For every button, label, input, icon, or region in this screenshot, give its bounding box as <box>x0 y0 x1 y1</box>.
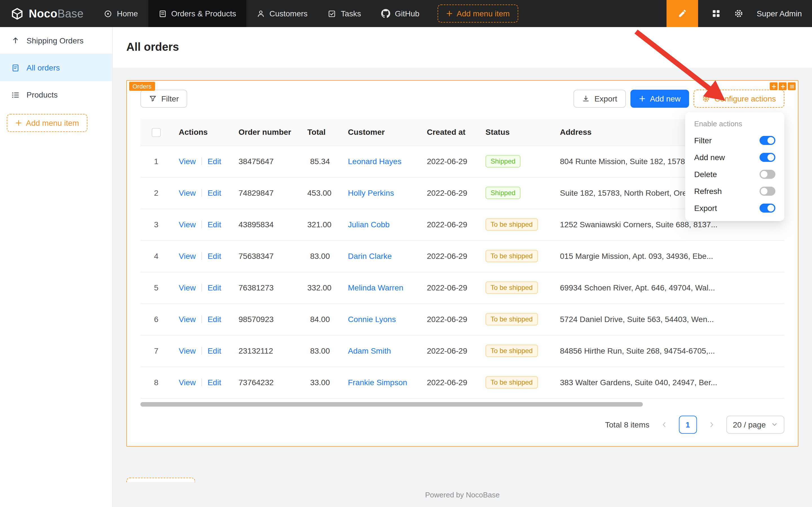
nav-item-home[interactable]: Home <box>94 0 148 27</box>
column-header-created-at[interactable]: Created at <box>420 119 479 146</box>
add-new-toggle[interactable] <box>760 153 775 162</box>
pagination-next-button[interactable] <box>702 415 720 434</box>
view-link[interactable]: View <box>179 378 196 387</box>
edit-link[interactable]: Edit <box>208 188 221 198</box>
nav-item-tasks[interactable]: Tasks <box>318 0 371 27</box>
edit-link[interactable]: Edit <box>208 283 221 292</box>
filter-toggle[interactable] <box>760 136 775 145</box>
configure-actions-button[interactable]: Configure actions <box>694 90 785 108</box>
add-block-button[interactable]: Add block <box>126 477 195 482</box>
status-badge: To be shipped <box>485 250 538 262</box>
left-sidebar: Shipping Orders All orders Products Add … <box>0 27 113 507</box>
edit-link[interactable]: Edit <box>208 220 221 229</box>
filter-button[interactable]: Filter <box>140 90 187 108</box>
column-header-order-number[interactable]: Order number <box>232 119 300 146</box>
cell-total: 33.00 <box>300 367 341 398</box>
view-link[interactable]: View <box>179 220 196 229</box>
nav-add-menu-item-button[interactable]: Add menu item <box>438 4 518 22</box>
page-size-select[interactable]: 20 / page <box>726 415 785 434</box>
customer-link[interactable]: Adam Smith <box>348 346 391 355</box>
sidebar-item-all-orders[interactable]: All orders <box>0 54 112 81</box>
action-divider <box>201 284 202 292</box>
view-link[interactable]: View <box>179 157 196 166</box>
status-badge: Shipped <box>485 155 520 168</box>
enable-action-export[interactable]: Export <box>687 200 782 217</box>
cell-created-at: 2022-06-29 <box>420 367 479 398</box>
view-link[interactable]: View <box>179 283 196 292</box>
view-link[interactable]: View <box>179 251 196 261</box>
nav-item-github[interactable]: GitHub <box>371 0 429 27</box>
select-all-checkbox[interactable] <box>152 128 161 137</box>
edit-link[interactable]: Edit <box>208 315 221 324</box>
add-new-button[interactable]: Add new <box>630 90 689 108</box>
action-divider <box>201 315 202 323</box>
settings-gear-icon[interactable] <box>734 9 743 18</box>
user-menu[interactable]: Super Admin <box>757 9 802 18</box>
cell-address: 84856 Hirthe Run, Suite 268, 94754-6705,… <box>553 335 785 367</box>
sidebar-add-menu-item-button[interactable]: Add menu item <box>7 114 88 132</box>
cell-order-number: 74829847 <box>232 177 300 209</box>
refresh-toggle[interactable] <box>760 187 775 196</box>
plugins-grid-icon[interactable] <box>712 9 721 18</box>
brand-name-light: Base <box>58 7 84 19</box>
column-header-total[interactable]: Total <box>300 119 341 146</box>
customer-link[interactable]: Melinda Warren <box>348 283 403 292</box>
cell-order-number: 38475647 <box>232 146 300 177</box>
cell-created-at: 2022-06-29 <box>420 303 479 335</box>
cell-order-number: 76381273 <box>232 272 300 303</box>
nocobase-logo[interactable]: NocoBase <box>0 6 94 20</box>
nav-item-label: Customers <box>269 9 307 18</box>
edit-link[interactable]: Edit <box>208 251 221 261</box>
action-divider <box>201 189 202 197</box>
horizontal-scrollbar-thumb[interactable] <box>140 402 643 406</box>
sidebar-item-label: Products <box>26 90 58 99</box>
pagination-prev-button[interactable] <box>655 415 673 434</box>
nav-item-customers[interactable]: Customers <box>246 0 317 27</box>
top-navbar: NocoBase Home Orders & Products Customer… <box>0 0 812 27</box>
enable-action-refresh[interactable]: Refresh <box>687 183 782 200</box>
column-header-actions[interactable]: Actions <box>172 119 232 146</box>
column-header-customer[interactable]: Customer <box>341 119 420 146</box>
export-toggle[interactable] <box>760 204 775 213</box>
add-block-icon[interactable] <box>779 82 787 90</box>
ui-editor-button[interactable] <box>666 0 698 27</box>
enable-action-delete[interactable]: Delete <box>687 166 782 183</box>
edit-link[interactable]: Edit <box>208 157 221 166</box>
view-link[interactable]: View <box>179 315 196 324</box>
customer-link[interactable]: Julian Cobb <box>348 220 390 229</box>
action-divider <box>201 157 202 165</box>
enable-action-add-new[interactable]: Add new <box>687 149 782 166</box>
pagination-total-text: Total 8 items <box>605 420 649 429</box>
edit-link[interactable]: Edit <box>208 378 221 387</box>
github-icon <box>381 9 390 18</box>
status-badge: To be shipped <box>485 345 538 357</box>
nav-item-orders-products[interactable]: Orders & Products <box>148 0 246 27</box>
table-row: 5 ViewEdit 76381273 332.00 Melinda Warre… <box>140 272 785 303</box>
nocobase-logo-icon <box>10 6 24 20</box>
block-menu-icon[interactable] <box>788 82 796 90</box>
enable-action-filter[interactable]: Filter <box>687 132 782 149</box>
nav-item-label: Tasks <box>341 9 361 18</box>
customer-link[interactable]: Leonard Hayes <box>348 157 402 166</box>
delete-toggle[interactable] <box>760 170 775 179</box>
cell-total: 321.00 <box>300 209 341 240</box>
customer-link[interactable]: Frankie Simpson <box>348 378 407 387</box>
pagination-page-1-button[interactable]: 1 <box>679 415 697 434</box>
home-icon <box>104 9 112 18</box>
cell-status: To be shipped <box>479 209 553 240</box>
customer-link[interactable]: Darin Clarke <box>348 251 392 261</box>
sidebar-item-shipping-orders[interactable]: Shipping Orders <box>0 27 112 54</box>
customer-link[interactable]: Holly Perkins <box>348 188 394 198</box>
add-column-icon[interactable] <box>770 82 777 90</box>
sidebar-item-products[interactable]: Products <box>0 81 112 108</box>
column-header-status[interactable]: Status <box>479 119 553 146</box>
view-link[interactable]: View <box>179 188 196 198</box>
customer-link[interactable]: Connie Lyons <box>348 315 396 324</box>
dropdown-title: Enable actions <box>687 117 782 132</box>
cell-address: 5724 Daniel Drive, Suite 563, 54403, Wen… <box>553 303 785 335</box>
view-link[interactable]: View <box>179 346 196 355</box>
cell-created-at: 2022-06-29 <box>420 240 479 272</box>
edit-link[interactable]: Edit <box>208 346 221 355</box>
tasks-icon <box>328 9 336 18</box>
export-button[interactable]: Export <box>574 90 626 108</box>
